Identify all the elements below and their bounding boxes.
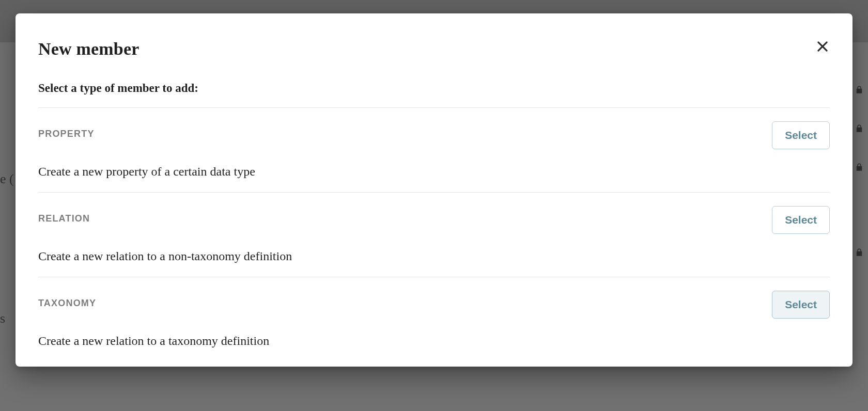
select-property-button[interactable]: Select bbox=[772, 121, 830, 149]
select-relation-button[interactable]: Select bbox=[772, 206, 830, 234]
close-button[interactable] bbox=[812, 36, 833, 57]
select-taxonomy-button[interactable]: Select bbox=[772, 291, 830, 319]
new-member-dialog: New member Select a type of member to ad… bbox=[16, 13, 853, 367]
dialog-title: New member bbox=[38, 39, 140, 59]
dialog-header: New member bbox=[38, 39, 830, 59]
close-icon bbox=[815, 48, 830, 55]
dialog-subtitle: Select a type of member to add: bbox=[38, 82, 830, 95]
option-description: Create a new relation to a taxonomy defi… bbox=[38, 334, 830, 348]
option-label: RELATION bbox=[38, 213, 90, 224]
option-description: Create a new property of a certain data … bbox=[38, 165, 830, 179]
option-description: Create a new relation to a non-taxonomy … bbox=[38, 249, 830, 263]
option-taxonomy: TAXONOMY Select Create a new relation to… bbox=[38, 277, 830, 361]
option-relation: RELATION Select Create a new relation to… bbox=[38, 193, 830, 277]
option-property: PROPERTY Select Create a new property of… bbox=[38, 108, 830, 193]
option-label: PROPERTY bbox=[38, 129, 95, 139]
option-label: TAXONOMY bbox=[38, 298, 96, 309]
